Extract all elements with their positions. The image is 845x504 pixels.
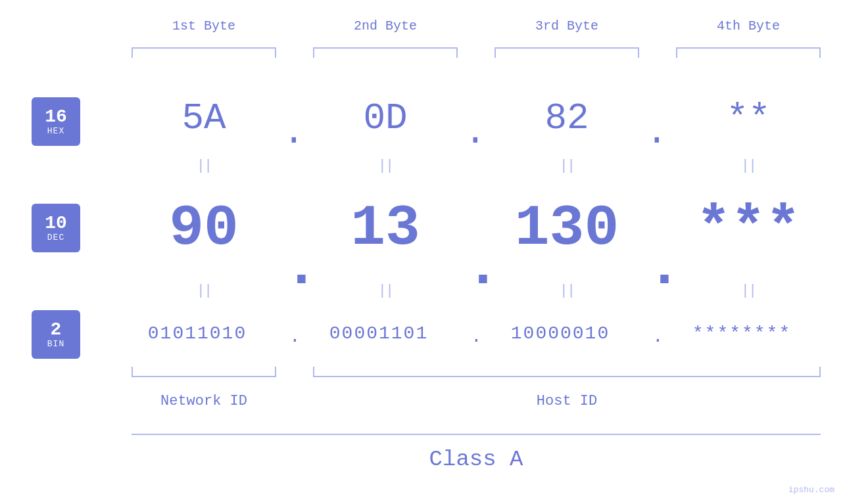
- hex-badge-label: HEX: [47, 126, 64, 136]
- col-header-4: 4th Byte: [676, 18, 821, 34]
- bracket-top-2: [313, 47, 458, 58]
- dec-val-4: ***: [676, 196, 821, 261]
- bin-badge: 2 BIN: [32, 310, 80, 359]
- hex-val-3: 82: [495, 97, 639, 139]
- hex-val-4: **: [676, 97, 821, 139]
- hex-val-2: 0D: [313, 97, 458, 139]
- eq-dec-1: ||: [132, 283, 276, 299]
- bottom-sep: [132, 434, 821, 435]
- dec-val-1: 90: [132, 196, 276, 261]
- col-header-2: 2nd Byte: [313, 18, 458, 34]
- host-id-label: Host ID: [313, 393, 821, 409]
- hex-badge: 16 HEX: [32, 97, 80, 146]
- dec-badge: 10 DEC: [32, 204, 80, 252]
- bin-val-4: ********: [650, 323, 834, 344]
- dec-val-3: 130: [495, 196, 639, 261]
- col-header-3: 3rd Byte: [495, 18, 639, 34]
- main-container: 16 HEX 10 DEC 2 BIN 1st Byte 2nd Byte 3r…: [0, 0, 845, 504]
- class-a-label: Class A: [132, 447, 821, 472]
- eq-dec-2: ||: [313, 283, 458, 299]
- hex-dot-1: .: [283, 112, 305, 154]
- bin-dot-1: .: [289, 327, 301, 347]
- eq-hex-2: ||: [313, 158, 458, 174]
- watermark: ipshu.com: [788, 485, 834, 495]
- bracket-top-3: [495, 47, 639, 58]
- hex-val-1: 5A: [132, 97, 276, 139]
- hex-dot-3: .: [646, 112, 668, 154]
- dec-val-2: 13: [313, 196, 458, 261]
- eq-hex-3: ||: [495, 158, 639, 174]
- network-id-label: Network ID: [132, 393, 276, 409]
- col-header-1: 1st Byte: [132, 18, 276, 34]
- eq-hex-4: ||: [676, 158, 821, 174]
- bracket-top-1: [132, 47, 276, 58]
- bracket-bottom-1: [132, 367, 276, 377]
- bin-val-3: 10000010: [468, 323, 652, 344]
- bin-val-2: 00001101: [287, 323, 471, 344]
- dec-badge-num: 10: [45, 214, 67, 233]
- dec-badge-label: DEC: [47, 233, 64, 242]
- bin-val-1: 01011010: [105, 323, 289, 344]
- eq-hex-1: ||: [132, 158, 276, 174]
- eq-dec-3: ||: [495, 283, 639, 299]
- bin-badge-label: BIN: [47, 339, 64, 349]
- hex-dot-2: .: [464, 112, 487, 154]
- bin-dot-2: .: [471, 327, 482, 347]
- eq-dec-4: ||: [676, 283, 821, 299]
- bin-dot-3: .: [652, 327, 664, 347]
- bracket-top-4: [676, 47, 821, 58]
- bracket-bottom-2-4: [313, 367, 821, 377]
- hex-badge-num: 16: [45, 108, 67, 126]
- bin-badge-num: 2: [51, 321, 62, 339]
